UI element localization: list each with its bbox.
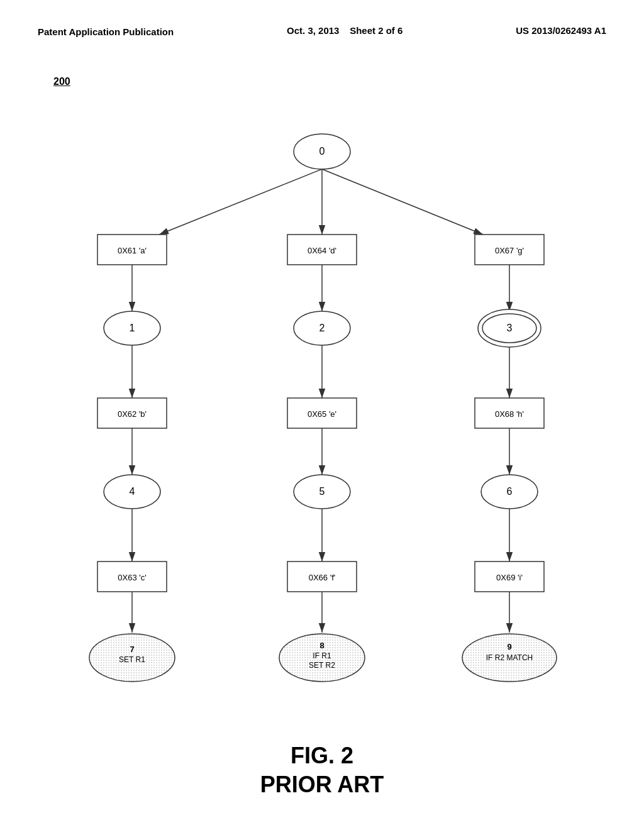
svg-text:9: 9 [507,642,511,651]
svg-text:0X62 'b': 0X62 'b' [118,409,147,419]
svg-text:0X66 'f': 0X66 'f' [309,573,336,582]
svg-text:6: 6 [507,486,513,497]
svg-text:0: 0 [319,146,325,157]
patent-title: Patent Application Publication [38,25,174,38]
svg-text:2: 2 [319,323,325,333]
svg-text:0X68 'h': 0X68 'h' [495,409,524,419]
patent-number: US 2013/0262493 A1 [516,25,606,36]
caption-area: FIG. 2 PRIOR ART [0,730,644,804]
svg-line-2 [159,169,322,235]
svg-text:0X64 'd': 0X64 'd' [308,246,336,255]
svg-line-4 [322,169,483,235]
svg-text:3: 3 [507,323,513,333]
svg-text:8: 8 [319,641,324,650]
figure-label: FIG. 2 [0,743,644,769]
publication-date: Oct. 3, 2013 [287,25,339,36]
sheet-info: Sheet 2 of 6 [350,25,402,36]
svg-text:5: 5 [319,486,325,497]
svg-text:4: 4 [130,486,135,497]
svg-text:7: 7 [130,645,134,654]
svg-text:0X65 'e': 0X65 'e' [308,409,336,419]
svg-text:SET R1: SET R1 [119,655,145,664]
svg-text:IF R2 MATCH: IF R2 MATCH [486,653,533,662]
svg-text:0X69 'i': 0X69 'i' [496,573,523,582]
diagram-area: 200 [0,51,644,730]
svg-text:SET R2: SET R2 [309,661,335,670]
diagram-svg: 0 0X61 'a' 0X64 'd' 0X67 'g' 1 2 3 0X62 … [0,51,644,730]
header-date-sheet: Oct. 3, 2013 Sheet 2 of 6 [287,25,402,36]
svg-text:0X67 'g': 0X67 'g' [495,246,524,255]
svg-text:1: 1 [130,323,135,333]
svg-text:IF R1: IF R1 [313,651,331,660]
svg-text:0X61 'a': 0X61 'a' [118,246,147,255]
svg-text:0X63 'c': 0X63 'c' [118,573,146,582]
prior-art-label: PRIOR ART [0,772,644,798]
